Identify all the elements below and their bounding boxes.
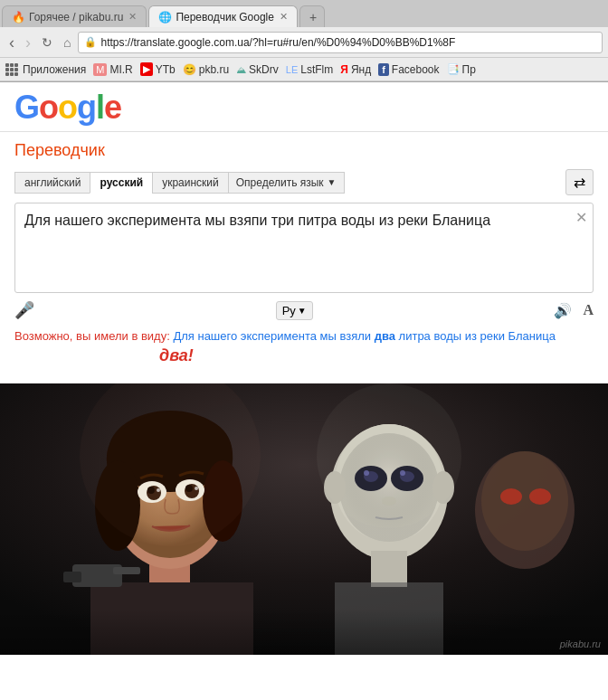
bookmark-skdrv-icon: ⛰: [236, 64, 246, 75]
watermark: pikabu.ru: [560, 639, 601, 649]
bookmark-lstflm[interactable]: LE LstFlm: [286, 63, 333, 76]
suggestion-area: Возможно, вы имели в виду: Для нашего эк…: [14, 324, 594, 371]
lang-dropdown-label: Определить язык: [236, 176, 324, 189]
movie-scene-svg: [0, 383, 608, 655]
suggestion-text-before: Для нашего эксперимента мы взяли: [173, 329, 374, 343]
logo-g2: g: [77, 89, 96, 126]
svg-point-37: [529, 488, 551, 505]
chevron-down-icon: ▼: [328, 177, 337, 187]
forward-button[interactable]: ›: [22, 33, 34, 52]
tab-new[interactable]: +: [299, 5, 325, 27]
input-text: Для нашего эксперимента мы взяпи три пит…: [24, 211, 584, 231]
new-tab-icon: +: [309, 10, 317, 24]
lang-dropdown-detect[interactable]: Определить язык ▼: [228, 172, 345, 194]
address-text: https://translate.google.com.ua/?hl=ru#r…: [100, 36, 455, 49]
bookmark-ytb-icon: ▶: [140, 62, 153, 76]
page-content: Google Переводчик английский русский укр…: [0, 82, 608, 655]
tab-translate-close[interactable]: ✕: [280, 11, 288, 23]
suggestion-label: Возможно, вы имели в виду:: [14, 329, 170, 343]
bookmark-facebook-label: Facebook: [392, 63, 440, 76]
svg-point-35: [481, 451, 568, 551]
language-bar: английский русский украинский Определить…: [14, 169, 594, 195]
bookmark-more-label: Пр: [462, 63, 476, 76]
swap-languages-button[interactable]: ⇄: [565, 169, 594, 195]
movie-image: pikabu.ru: [0, 383, 608, 655]
bookmark-more[interactable]: 📑 Пр: [447, 63, 476, 76]
logo-g: G: [14, 89, 39, 126]
back-button[interactable]: ‹: [5, 33, 18, 52]
bookmark-apps[interactable]: Приложения: [5, 63, 86, 76]
bookmarks-bar: Приложения M MI.R ▶ YTb 😊 pkb.ru ⛰ SkDrv…: [0, 58, 608, 81]
current-lang-label: Ру: [282, 304, 296, 317]
suggestion-bold-word: два: [375, 329, 395, 343]
tab-google-translate[interactable]: 🌐 Переводчик Google ✕: [148, 5, 298, 27]
svg-rect-40: [0, 610, 608, 655]
logo-o1: o: [39, 89, 58, 126]
bookmark-ytb-label: YTb: [156, 63, 176, 76]
suggestion-word-suffix: !: [188, 346, 194, 364]
suggestion-text-after: литра воды из реки Бланица: [395, 329, 556, 343]
nav-bar: ‹ › ↻ ⌂ 🔒 https://translate.google.com.u…: [0, 27, 608, 58]
font-size-icon[interactable]: A: [583, 302, 594, 318]
bookmark-mir-icon: M: [93, 63, 107, 76]
svg-rect-14: [371, 551, 407, 587]
bookmark-skdrv[interactable]: ⛰ SkDrv: [236, 63, 279, 76]
logo-l: l: [96, 89, 104, 126]
bookmark-yandex[interactable]: Я Янд: [340, 63, 371, 76]
translator-title: Переводчик: [14, 141, 594, 160]
lang-btn-uk[interactable]: украинский: [152, 172, 229, 194]
bookmark-skdrv-label: SkDrv: [249, 63, 279, 76]
home-button[interactable]: ⌂: [60, 34, 74, 51]
language-indicator[interactable]: Ру ▼: [276, 301, 313, 320]
bookmark-yandex-label: Янд: [351, 63, 371, 76]
bookmark-apps-label: Приложения: [23, 63, 86, 76]
suggestion-big-word: два!: [159, 346, 594, 365]
logo-o2: o: [58, 89, 77, 126]
input-footer: 🎤 Ру ▼ 🔊 A: [14, 297, 594, 324]
tab-translate-favicon: 🌐: [158, 11, 171, 24]
translator-section: Переводчик английский русский украинский…: [0, 132, 608, 383]
bookmark-ytb[interactable]: ▶ YTb: [140, 62, 176, 76]
lang-btn-en[interactable]: английский: [14, 172, 90, 194]
browser-chrome: 🔥 Горячее / pikabu.ru ✕ 🌐 Переводчик Goo…: [0, 0, 608, 82]
tab-pikabu[interactable]: 🔥 Горячее / pikabu.ru ✕: [2, 5, 147, 27]
bookmark-more-icon: 📑: [447, 63, 460, 75]
lock-icon: 🔒: [84, 36, 97, 48]
tab-bar: 🔥 Горячее / pikabu.ru ✕ 🌐 Переводчик Goo…: [0, 0, 608, 27]
right-icons: 🔊 A: [554, 302, 594, 319]
svg-rect-33: [113, 567, 140, 574]
bookmark-mir-label: MI.R: [109, 63, 132, 76]
suggestion-word-text: два: [159, 346, 188, 364]
bookmark-pkb-label: pkb.ru: [199, 63, 229, 76]
bookmark-lstflm-label: LstFlm: [300, 63, 333, 76]
bookmark-lstflm-icon: LE: [286, 64, 298, 75]
bookmark-pkb[interactable]: 😊 pkb.ru: [183, 63, 229, 76]
svg-point-36: [500, 488, 522, 505]
svg-point-38: [317, 383, 461, 528]
bookmark-facebook[interactable]: f Facebook: [378, 63, 439, 76]
bookmark-yandex-icon: Я: [340, 63, 348, 76]
microphone-icon[interactable]: 🎤: [14, 300, 34, 320]
lang-indicator-arrow: ▼: [298, 306, 307, 316]
lang-btn-ru[interactable]: русский: [90, 172, 153, 194]
translation-input-area[interactable]: Для нашего эксперимента мы взяпи три пит…: [14, 203, 594, 293]
reload-button[interactable]: ↻: [38, 34, 56, 51]
volume-icon[interactable]: 🔊: [554, 302, 572, 319]
google-header: Google: [0, 82, 608, 132]
bookmark-facebook-icon: f: [378, 63, 389, 76]
clear-input-button[interactable]: ✕: [575, 209, 587, 226]
bookmark-pkb-icon: 😊: [183, 63, 196, 76]
tab-translate-label: Переводчик Google: [176, 11, 274, 24]
address-bar[interactable]: 🔒 https://translate.google.com.ua/?hl=ru…: [78, 32, 603, 53]
tab-pikabu-label: Горячее / pikabu.ru: [29, 11, 123, 24]
svg-rect-32: [63, 572, 81, 582]
bookmark-mir[interactable]: M MI.R: [93, 63, 133, 76]
tab-pikabu-favicon: 🔥: [12, 11, 24, 24]
tab-pikabu-close[interactable]: ✕: [128, 11, 137, 23]
apps-grid-icon: [5, 63, 18, 76]
suggestion-link[interactable]: Для нашего эксперимента мы взяли два лит…: [173, 329, 555, 343]
logo-e: e: [104, 89, 121, 126]
google-logo: Google: [14, 91, 594, 124]
